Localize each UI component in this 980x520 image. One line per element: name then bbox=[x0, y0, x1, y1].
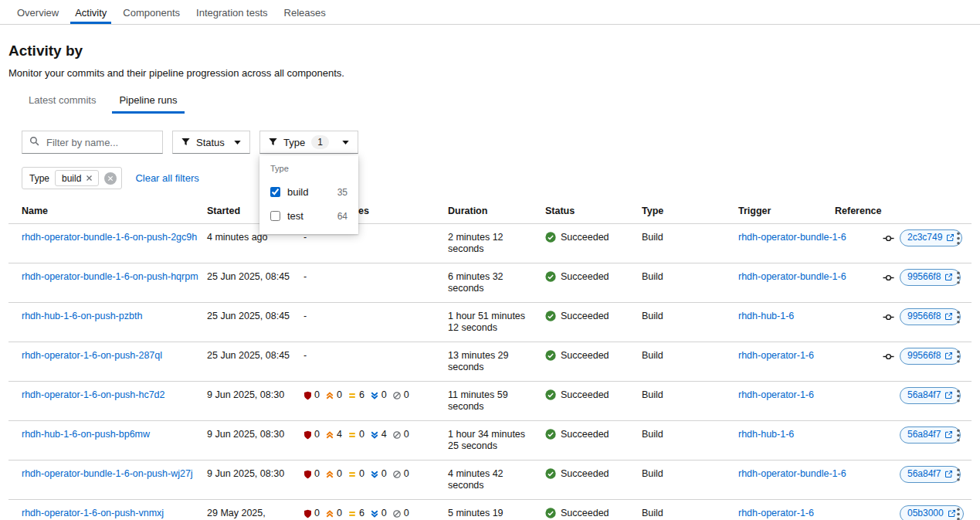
table-header-row: Name Started Vulnerabilities Duration St… bbox=[8, 202, 972, 224]
commit-sha: 56a84f7 bbox=[907, 468, 941, 480]
high-count: 4 bbox=[337, 429, 342, 440]
medium-vulnerability: 6 bbox=[348, 508, 365, 519]
duration-cell: 1 hour 51 minutes 12 seconds bbox=[442, 303, 539, 342]
tab-overview[interactable]: Overview bbox=[12, 0, 63, 24]
commit-sha: 56a84f7 bbox=[907, 429, 941, 440]
type-group-label: Type bbox=[259, 161, 358, 180]
commit-sha: 99566f8 bbox=[907, 271, 941, 283]
kebab-menu-button[interactable] bbox=[951, 466, 965, 486]
trigger-link[interactable]: rhdh-operator-1-6 bbox=[738, 508, 814, 518]
chip-group-clear-button[interactable] bbox=[104, 172, 117, 185]
test-checkbox[interactable] bbox=[270, 211, 280, 221]
status-cell: Succeeded bbox=[539, 382, 636, 421]
low-severity-icon bbox=[370, 470, 379, 479]
close-icon bbox=[107, 172, 114, 184]
tab-activity[interactable]: Activity bbox=[70, 0, 111, 24]
kebab-menu-button[interactable] bbox=[951, 308, 965, 328]
medium-severity-icon bbox=[348, 470, 357, 479]
pipeline-run-link[interactable]: rhdh-operator-bundle-1-6-on-push-2gc9h bbox=[22, 232, 197, 243]
pipeline-run-link[interactable]: rhdh-hub-1-6-on-push-pzbth bbox=[22, 311, 142, 321]
pipeline-run-link[interactable]: rhdh-operator-bundle-1-6-on-push-wj27j bbox=[22, 468, 193, 479]
tab-releases[interactable]: Releases bbox=[280, 0, 331, 24]
pipeline-runs-tbody: rhdh-operator-bundle-1-6-on-push-2gc9h 4… bbox=[8, 224, 972, 520]
status-cell: Succeeded bbox=[539, 303, 636, 342]
clear-all-filters-link[interactable]: Clear all filters bbox=[135, 172, 198, 184]
build-checkbox[interactable] bbox=[270, 187, 280, 197]
tab-latest-commits[interactable]: Latest commits bbox=[22, 90, 103, 114]
name-filter bbox=[22, 131, 163, 154]
trigger-link[interactable]: rhdh-hub-1-6 bbox=[738, 429, 794, 440]
unknown-count: 0 bbox=[404, 508, 409, 519]
started-cell: 29 May 2025, 02:01 bbox=[201, 500, 297, 520]
activity-sub-tabs: Latest commits Pipeline runs bbox=[22, 90, 972, 114]
medium-severity-icon bbox=[348, 391, 357, 400]
kebab-menu-button[interactable] bbox=[951, 427, 965, 447]
pipeline-run-link[interactable]: rhdh-operator-bundle-1-6-on-push-hqrpm bbox=[22, 271, 198, 282]
unknown-count: 0 bbox=[404, 389, 409, 401]
status-filter-label: Status bbox=[196, 137, 225, 148]
type-filter-dropdown[interactable]: Type 1 bbox=[259, 131, 358, 154]
kebab-menu-button[interactable] bbox=[951, 505, 965, 520]
status-cell: Succeeded bbox=[539, 342, 636, 382]
kebab-icon bbox=[957, 389, 960, 405]
medium-vulnerability: 0 bbox=[348, 429, 365, 440]
option-count: 35 bbox=[337, 187, 348, 198]
tab-components[interactable]: Components bbox=[118, 0, 185, 24]
status-label: Succeeded bbox=[561, 232, 609, 243]
pipeline-runs-table: Name Started Vulnerabilities Duration St… bbox=[8, 202, 972, 520]
trigger-link[interactable]: rhdh-operator-bundle-1-6 bbox=[738, 468, 846, 479]
commit-sha: 99566f8 bbox=[907, 350, 941, 362]
tab-integration-tests[interactable]: Integration tests bbox=[192, 0, 273, 24]
kebab-icon bbox=[957, 271, 960, 287]
pipeline-run-row: rhdh-hub-1-6-on-push-bp6mw 9 Jun 2025, 0… bbox=[8, 421, 972, 461]
trigger-link[interactable]: rhdh-operator-bundle-1-6 bbox=[738, 232, 846, 243]
trigger-link[interactable]: rhdh-hub-1-6 bbox=[738, 311, 794, 321]
high-vulnerability: 0 bbox=[325, 468, 342, 480]
page-subtitle: Monitor your commits and their pipeline … bbox=[8, 67, 972, 79]
reference-cell: 56a84f7 bbox=[829, 382, 951, 421]
pipeline-run-link[interactable]: rhdh-operator-1-6-on-push-vnmxj bbox=[22, 508, 164, 518]
low-count: 0 bbox=[381, 389, 387, 401]
option-count: 64 bbox=[337, 211, 348, 222]
name-filter-input[interactable] bbox=[45, 136, 155, 149]
type-option-test[interactable]: test 64 bbox=[259, 204, 358, 228]
succeeded-check-icon bbox=[545, 389, 556, 400]
trigger-link[interactable]: rhdh-operator-1-6 bbox=[738, 389, 814, 400]
git-commit-icon bbox=[883, 311, 894, 323]
status-label: Succeeded bbox=[561, 468, 609, 480]
type-option-build[interactable]: build 35 bbox=[259, 180, 358, 204]
status-filter-dropdown[interactable]: Status bbox=[172, 131, 250, 154]
kebab-icon bbox=[957, 508, 960, 520]
duration-cell: 6 minutes 32 seconds bbox=[442, 263, 539, 303]
high-severity-icon bbox=[325, 470, 334, 479]
unknown-vulnerability: 0 bbox=[392, 468, 409, 480]
kebab-menu-button[interactable] bbox=[951, 229, 965, 250]
trigger-link[interactable]: rhdh-operator-1-6 bbox=[738, 350, 814, 361]
active-filters-row: Type build Clear all filters bbox=[22, 167, 972, 189]
low-vulnerability: 4 bbox=[370, 429, 387, 440]
unknown-count: 0 bbox=[404, 429, 409, 440]
type-filter-menu: Type build 35 test 64 bbox=[259, 155, 358, 234]
critical-vulnerability: 0 bbox=[303, 508, 320, 519]
kebab-menu-button[interactable] bbox=[951, 348, 965, 368]
kebab-menu-button[interactable] bbox=[951, 387, 965, 407]
pipeline-run-link[interactable]: rhdh-operator-1-6-on-push-hc7d2 bbox=[22, 389, 165, 400]
git-commit-icon bbox=[883, 351, 894, 362]
duration-cell: 4 minutes 42 seconds bbox=[442, 461, 539, 500]
pipeline-run-link[interactable]: rhdh-operator-1-6-on-push-287ql bbox=[22, 350, 162, 361]
kebab-menu-button[interactable] bbox=[951, 269, 965, 289]
commit-sha: 99566f8 bbox=[907, 311, 941, 322]
tab-pipeline-runs[interactable]: Pipeline runs bbox=[112, 90, 184, 114]
medium-count: 6 bbox=[359, 508, 365, 519]
pipeline-run-link[interactable]: rhdh-hub-1-6-on-push-bp6mw bbox=[22, 429, 150, 440]
succeeded-check-icon bbox=[545, 429, 556, 440]
chip-remove-button[interactable] bbox=[85, 172, 93, 184]
trigger-link[interactable]: rhdh-operator-bundle-1-6 bbox=[738, 271, 846, 282]
pipeline-run-row: rhdh-operator-bundle-1-6-on-push-hqrpm 2… bbox=[8, 263, 972, 303]
low-count: 4 bbox=[381, 429, 387, 440]
medium-severity-icon bbox=[348, 430, 357, 440]
reference-cell: 56a84f7 bbox=[829, 461, 951, 500]
duration-cell: 2 minutes 12 seconds bbox=[442, 224, 539, 263]
started-cell: 9 Jun 2025, 08:30 bbox=[201, 421, 297, 461]
duration-cell: 1 hour 34 minutes 25 seconds bbox=[442, 421, 539, 461]
